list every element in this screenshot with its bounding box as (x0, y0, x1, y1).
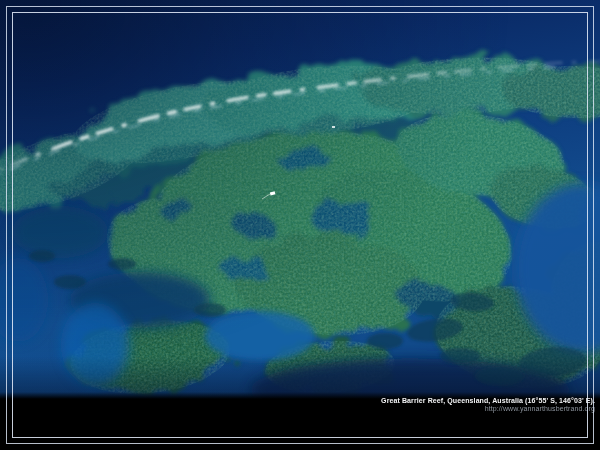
photo-caption: Great Barrier Reef, Queensland, Australi… (381, 397, 595, 405)
wallpaper: Great Barrier Reef, Queensland, Australi… (0, 0, 600, 450)
reef-photo (0, 0, 600, 450)
caption: Great Barrier Reef, Queensland, Australi… (381, 397, 595, 413)
photo-credit-url: http://www.yannarthusbertrand.org (381, 405, 595, 413)
